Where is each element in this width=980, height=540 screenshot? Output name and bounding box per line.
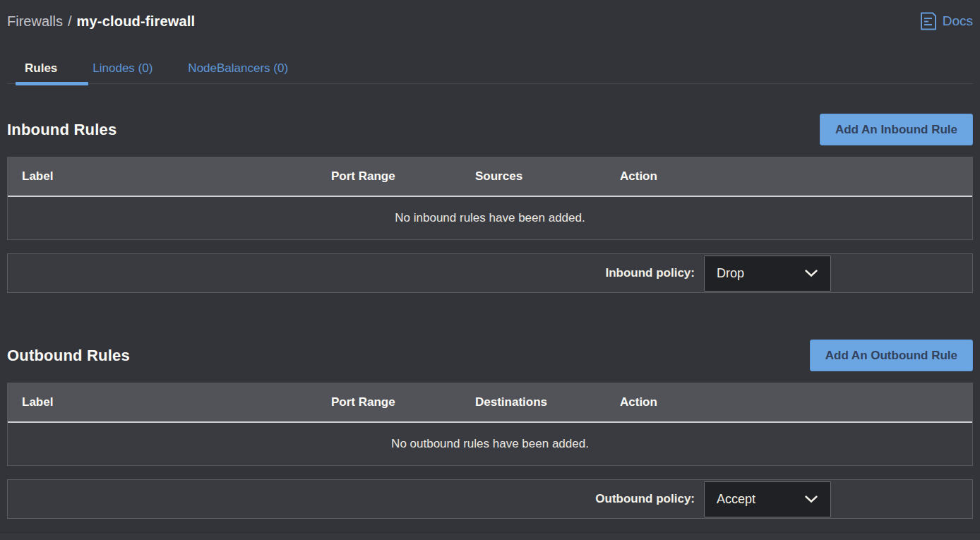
tab-bar: Rules Linodes (0) NodeBalancers (0) (7, 54, 973, 84)
inbound-rules-title: Inbound Rules (7, 121, 116, 139)
inbound-section-header: Inbound Rules Add An Inbound Rule (7, 114, 973, 145)
tab-rules[interactable]: Rules (7, 54, 75, 83)
active-tab-indicator (16, 82, 88, 85)
inbound-column-sources: Sources (475, 169, 620, 184)
outbound-column-destinations: Destinations (475, 395, 620, 409)
outbound-rules-title: Outbound Rules (7, 347, 130, 365)
chevron-down-icon (805, 496, 818, 503)
outbound-policy-select[interactable]: Accept (704, 481, 831, 517)
add-outbound-rule-button[interactable]: Add An Outbound Rule (810, 340, 973, 371)
outbound-rules-table: Label Port Range Destinations Action No … (7, 383, 973, 466)
outbound-policy-label: Outbound policy: (595, 492, 695, 506)
inbound-policy-row: Inbound policy: Drop (7, 253, 973, 293)
firewall-detail-page: Firewalls / my-cloud-firewall Docs Rules… (0, 0, 980, 540)
outbound-empty-row: No outbound rules have been added. (8, 423, 972, 465)
inbound-policy-value: Drop (717, 266, 744, 281)
tab-nodebalancers[interactable]: NodeBalancers (0) (170, 54, 306, 83)
breadcrumb: Firewalls / my-cloud-firewall (7, 13, 195, 30)
docs-link-label: Docs (943, 13, 973, 29)
tabs-divider (7, 83, 973, 84)
inbound-policy-select[interactable]: Drop (704, 256, 831, 292)
outbound-column-port-range: Port Range (331, 395, 475, 409)
inbound-policy-label: Inbound policy: (605, 266, 695, 280)
document-icon (920, 12, 937, 30)
tab-linodes[interactable]: Linodes (0) (75, 54, 170, 83)
inbound-empty-row: No inbound rules have been added. (8, 197, 972, 239)
breadcrumb-current-firewall: my-cloud-firewall (76, 13, 195, 30)
outbound-policy-row: Outbound policy: Accept (7, 479, 973, 519)
outbound-column-label: Label (8, 395, 331, 409)
inbound-rules-table: Label Port Range Sources Action No inbou… (7, 157, 973, 240)
chevron-down-icon (805, 270, 818, 277)
outbound-policy-value: Accept (717, 492, 755, 507)
inbound-column-label: Label (8, 169, 331, 184)
outbound-empty-message: No outbound rules have been added. (391, 437, 589, 451)
page-bottom-edge (0, 532, 980, 540)
breadcrumb-firewalls-link[interactable]: Firewalls (7, 13, 63, 30)
inbound-column-port-range: Port Range (331, 169, 475, 184)
add-inbound-rule-button[interactable]: Add An Inbound Rule (820, 114, 973, 145)
outbound-section-header: Outbound Rules Add An Outbound Rule (7, 340, 973, 371)
inbound-table-header: Label Port Range Sources Action (8, 157, 972, 197)
breadcrumb-separator: / (68, 13, 72, 30)
inbound-empty-message: No inbound rules have been added. (395, 211, 585, 225)
outbound-table-header: Label Port Range Destinations Action (8, 383, 972, 423)
top-bar: Firewalls / my-cloud-firewall Docs (7, 0, 973, 32)
inbound-column-action: Action (620, 169, 972, 184)
outbound-column-action: Action (620, 395, 972, 409)
docs-link[interactable]: Docs (920, 12, 973, 30)
